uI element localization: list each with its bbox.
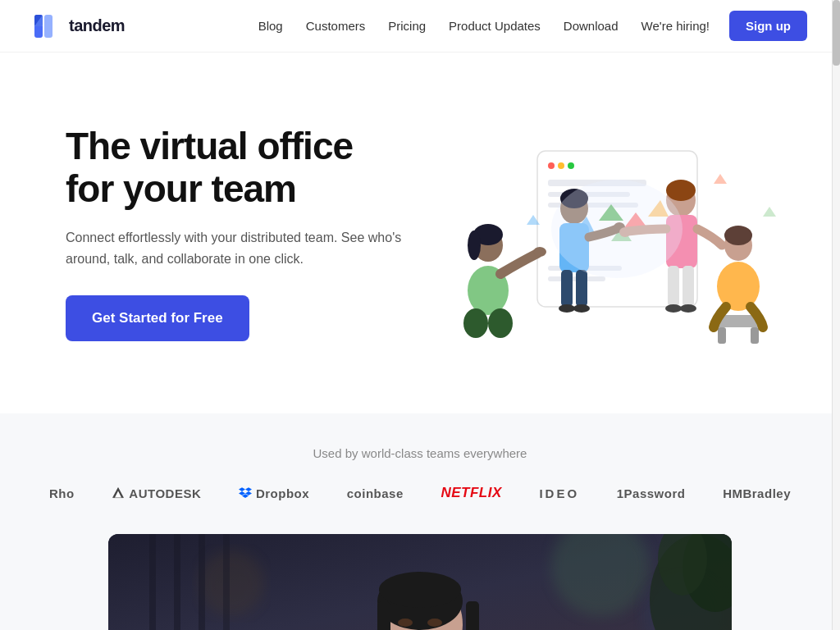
svg-point-75 <box>379 572 461 608</box>
svg-point-38 <box>665 304 682 313</box>
logo-text: tandem <box>69 16 125 35</box>
svg-point-39 <box>680 304 696 313</box>
company-logo-netflix: NETFLIX <box>441 485 501 501</box>
svg-point-61 <box>199 550 264 616</box>
svg-rect-65 <box>223 534 230 630</box>
nav-links: Blog Customers Pricing Product Updates D… <box>258 19 710 34</box>
svg-point-20 <box>468 231 481 260</box>
company-logo-ideo: IDEO <box>539 486 579 500</box>
svg-point-23 <box>488 308 513 338</box>
logo-link[interactable]: tandem <box>33 11 125 41</box>
hero-content: The virtual office for your team Connect… <box>66 125 410 342</box>
signup-button[interactable]: Sign up <box>729 11 807 41</box>
svg-point-7 <box>568 162 574 169</box>
scrollbar-thumb[interactable] <box>833 0 840 66</box>
company-logo-autodesk: AUTODESK <box>112 486 201 500</box>
svg-point-22 <box>463 308 488 338</box>
svg-marker-49 <box>763 207 776 217</box>
svg-rect-73 <box>377 601 390 630</box>
company-logo-hmbradley: HMBradley <box>723 486 791 500</box>
nav-customers[interactable]: Customers <box>306 19 366 33</box>
svg-rect-74 <box>466 601 479 630</box>
svg-rect-64 <box>199 534 205 630</box>
svg-rect-46 <box>751 327 759 344</box>
svg-point-50 <box>551 180 682 278</box>
nav-pricing[interactable]: Pricing <box>388 19 426 33</box>
photo-svg <box>108 534 732 630</box>
navbar: tandem Blog Customers Pricing Product Up… <box>0 0 840 52</box>
photo-section <box>0 534 840 630</box>
scrollbar[interactable] <box>832 0 840 630</box>
logos-tagline: Used by world-class teams everywhere <box>49 446 791 460</box>
autodesk-icon <box>112 486 125 500</box>
svg-marker-48 <box>714 174 727 184</box>
dropbox-icon <box>239 487 252 499</box>
svg-point-6 <box>558 162 564 169</box>
svg-rect-36 <box>668 266 679 307</box>
company-logo-dropbox: Dropbox <box>239 486 309 500</box>
hero-title: The virtual office for your team <box>66 125 410 212</box>
nav-product-updates[interactable]: Product Updates <box>449 19 541 33</box>
svg-point-34 <box>666 180 696 201</box>
hero-section: The virtual office for your team Connect… <box>0 52 840 413</box>
svg-rect-29 <box>576 270 587 307</box>
svg-point-76 <box>398 619 413 627</box>
logo-icon <box>33 11 62 41</box>
svg-rect-1 <box>44 15 52 38</box>
svg-point-77 <box>427 619 442 627</box>
company-logos-row: Rho AUTODESK Dropbox <box>49 485 791 501</box>
nav-blog[interactable]: Blog <box>258 19 283 33</box>
svg-point-24 <box>533 247 546 257</box>
svg-point-5 <box>548 162 555 169</box>
company-logo-coinbase: coinbase <box>347 486 404 500</box>
svg-point-30 <box>559 304 575 313</box>
hero-subtitle: Connect effortlessly with your distribut… <box>66 227 410 269</box>
cta-button[interactable]: Get Started for Free <box>66 295 249 341</box>
svg-rect-62 <box>149 534 156 630</box>
company-logo-1password: 1Password <box>617 486 686 500</box>
svg-marker-53 <box>239 487 245 491</box>
svg-rect-28 <box>561 270 573 307</box>
svg-rect-63 <box>174 534 180 630</box>
svg-rect-37 <box>682 266 694 307</box>
svg-marker-54 <box>245 487 252 491</box>
svg-rect-45 <box>718 327 726 344</box>
team-illustration <box>410 102 804 364</box>
hero-illustration <box>410 102 804 364</box>
nav-hiring[interactable]: We're hiring! <box>641 19 710 33</box>
company-logo-rho: Rho <box>49 486 75 500</box>
photo-container <box>108 534 732 630</box>
logos-section: Used by world-class teams everywhere Rho… <box>0 413 840 534</box>
svg-point-42 <box>724 226 752 245</box>
nav-download[interactable]: Download <box>564 19 619 33</box>
svg-point-31 <box>573 304 590 313</box>
